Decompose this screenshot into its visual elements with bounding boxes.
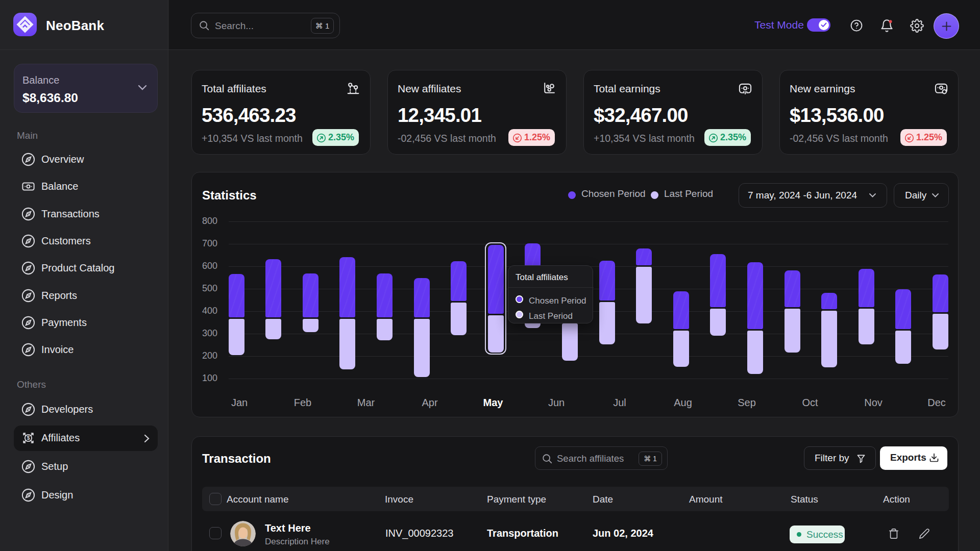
svg-text:$: $	[27, 435, 30, 441]
